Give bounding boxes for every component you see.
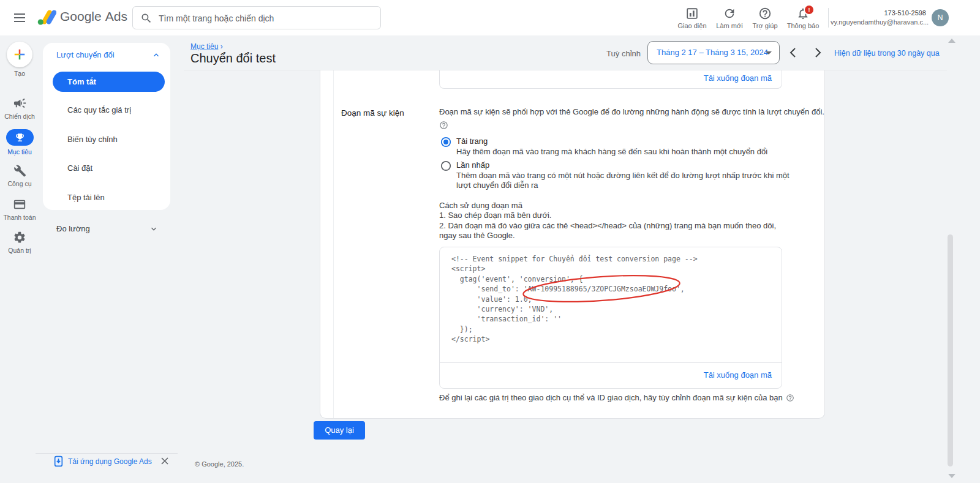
menu-icon[interactable] <box>12 10 27 25</box>
usage-step-2: 2. Dán đoạn mã đó vào giữa các thẻ <head… <box>439 221 786 241</box>
download-snippet-link-bottom[interactable]: Tải xuống đoạn mã <box>704 370 772 380</box>
help-circle-icon[interactable] <box>786 394 794 402</box>
search-icon <box>140 12 153 24</box>
code-line: 'currency': 'VND', <box>451 304 782 314</box>
radio-pageload-desc: Hãy thêm đoạn mã vào trang mà khách hàng… <box>456 147 790 157</box>
code-area[interactable]: <!-- Event snippet for Chuyển đổi test c… <box>440 247 782 362</box>
show-data-link[interactable]: Hiện dữ liệu trong 30 ngày qua <box>834 49 940 58</box>
sidebar-item-uploads[interactable]: Tệp tải lên <box>67 193 105 202</box>
footnote: Để ghi lại các giá trị theo giao dịch cụ… <box>439 393 794 402</box>
usage-instructions: Cách sử dụng đoạn mã 1. Sao chép đoạn mã… <box>439 201 786 241</box>
code-line: 'send_to': 'AW-10995188965/3ZOPCJGMzsoaE… <box>451 284 782 294</box>
google-ads-logo-icon[interactable] <box>37 8 56 26</box>
appearance-chart-icon <box>685 7 699 20</box>
notification-badge: ! <box>804 4 815 15</box>
rail-item-tools[interactable]: Công cụ <box>0 164 39 187</box>
download-snippet-link-top[interactable]: Tải xuống đoạn mã <box>704 73 772 83</box>
subnav-section-label: Lượt chuyển đổi <box>56 50 115 59</box>
wordmark-ads: Ads <box>105 9 127 23</box>
top-bar: GoogleAds Giao diện Làm mới Trợ giúp <box>0 0 980 36</box>
sidebar-item-summary[interactable]: Tóm tắt <box>53 72 165 92</box>
breadcrumb-goals-link[interactable]: Mục tiêu <box>190 42 218 51</box>
usage-step-1: 1. Sao chép đoạn mã bên dưới. <box>439 211 786 220</box>
page-title: Chuyển đổi test <box>190 51 276 66</box>
footnote-text: Để ghi lại các giá trị theo giao dịch cụ… <box>439 393 783 402</box>
code-line: </script> <box>451 334 782 344</box>
account-info[interactable]: 173-510-2598 vy.nguyendamthuy@haravan.c.… <box>831 9 926 27</box>
help-circle-icon[interactable] <box>439 121 448 130</box>
breadcrumb[interactable]: Mục tiêu › <box>190 42 223 51</box>
rail-label-tools: Công cụ <box>7 180 31 187</box>
create-plus-icon <box>13 48 26 61</box>
conversions-subnav-card: Lượt chuyển đổi Tóm tắt Các quy tắc giá … <box>43 43 170 210</box>
tools-icon <box>13 164 26 178</box>
event-snippet-codebox: <!-- Event snippet for Chuyển đổi test c… <box>439 247 782 389</box>
rail-item-admin[interactable]: Quản trị <box>0 231 39 254</box>
google-ads-screen: GoogleAds Giao diện Làm mới Trợ giúp <box>0 0 980 483</box>
radio-selected-icon[interactable] <box>440 137 451 148</box>
scrollbar-up-arrow[interactable] <box>948 39 956 43</box>
sidebar-item-custom-variables[interactable]: Biến tùy chỉnh <box>67 135 118 144</box>
refresh-label: Làm mới <box>716 22 742 29</box>
notifications-button[interactable]: ! Thông báo <box>783 7 823 29</box>
chevron-right-icon <box>810 45 824 60</box>
rail-label-create: Tạo <box>14 70 25 77</box>
phone-download-icon <box>54 455 63 467</box>
help-icon <box>758 7 772 20</box>
chevron-down-icon <box>149 225 158 233</box>
dropdown-caret-icon <box>766 51 772 54</box>
subnav-section-measurement[interactable]: Đo lường <box>56 224 158 233</box>
usage-title: Cách sử dụng đoạn mã <box>439 201 786 211</box>
subnav-section-conversions[interactable]: Lượt chuyển đổi <box>56 50 160 59</box>
rail-label-admin: Quản trị <box>8 247 31 254</box>
rail-label-campaigns: Chiến dịch <box>4 113 35 120</box>
rail-item-create[interactable]: Tạo <box>0 42 39 77</box>
app-banner-link[interactable]: Tải ứng dụng Google Ads <box>54 455 152 467</box>
date-prev-button[interactable] <box>786 45 801 60</box>
refresh-button[interactable]: Làm mới <box>712 7 747 29</box>
section-label: Đoạn mã sự kiện <box>341 108 404 118</box>
refresh-icon <box>723 7 736 20</box>
admin-gear-icon <box>13 231 26 244</box>
radio-unselected-icon[interactable] <box>440 160 451 171</box>
section-help <box>439 121 448 130</box>
help-button[interactable]: Trợ giúp <box>748 7 782 29</box>
scrollbar-thumb[interactable] <box>948 234 953 466</box>
back-button[interactable]: Quay lại <box>314 421 365 440</box>
date-range-picker[interactable]: Tháng 2 17 – Tháng 3 15, 2024 <box>647 41 780 64</box>
previous-snippet-box: Tải xuống đoạn mã <box>439 70 782 89</box>
code-line: gtag('event', 'conversion', { <box>451 274 782 284</box>
code-line: }); <box>451 324 782 334</box>
search-input[interactable] <box>157 7 374 29</box>
chevron-up-icon <box>152 51 160 59</box>
campaigns-megaphone-icon <box>13 96 27 110</box>
help-label: Trợ giúp <box>752 22 777 29</box>
appearance-button[interactable]: Giao diện <box>674 7 710 29</box>
appearance-label: Giao diện <box>677 22 706 29</box>
rail-item-billing[interactable]: Thanh toán <box>0 198 39 221</box>
date-range-value: Tháng 2 17 – Tháng 3 15, 2024 <box>657 42 768 64</box>
app-banner-text: Tải ứng dụng Google Ads <box>68 457 152 466</box>
topbar-divider <box>828 8 829 28</box>
code-line: 'value': 1.0, <box>451 294 782 304</box>
goals-trophy-icon <box>15 132 25 143</box>
rail-label-goals: Mục tiêu <box>7 148 32 155</box>
date-next-button[interactable] <box>810 45 824 60</box>
code-line: <!-- Event snippet for Chuyển đổi test c… <box>451 254 782 264</box>
sidebar-item-value-rules[interactable]: Các quy tắc giá trị <box>67 105 131 114</box>
event-snippet-card: Tải xuống đoạn mã Đoạn mã sự kiện Đoạn m… <box>320 70 825 419</box>
rail-item-goals[interactable]: Mục tiêu <box>0 129 39 155</box>
date-custom-label: Tuỳ chỉnh <box>600 49 641 58</box>
close-icon[interactable] <box>160 457 170 466</box>
section-description: Đoạn mã sự kiện sẽ phối hợp với thẻ Goog… <box>439 107 824 116</box>
wordmark-google: Google <box>60 9 102 23</box>
sidebar-item-settings[interactable]: Cài đặt <box>67 163 92 173</box>
breadcrumb-separator: › <box>221 42 223 51</box>
card-inner-divider <box>333 70 334 418</box>
chevron-left-icon <box>786 45 801 60</box>
measurement-label: Đo lường <box>56 224 90 233</box>
scrollbar-down-arrow[interactable] <box>948 474 956 478</box>
global-search[interactable] <box>132 6 381 29</box>
rail-item-campaigns[interactable]: Chiến dịch <box>0 96 39 120</box>
avatar[interactable]: N <box>932 9 949 26</box>
